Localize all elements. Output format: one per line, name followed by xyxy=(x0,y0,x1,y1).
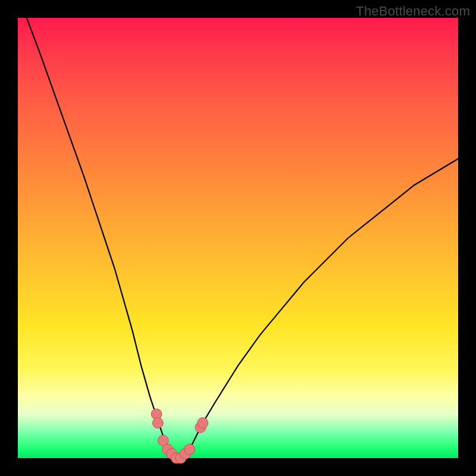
chart-plot-area xyxy=(18,18,458,458)
chart-frame: TheBottleneck.com xyxy=(0,0,476,476)
bottleneck-curve xyxy=(27,18,458,458)
curve-marker xyxy=(184,444,195,455)
curve-markers xyxy=(151,409,208,464)
curve-marker xyxy=(198,418,208,428)
curve-marker xyxy=(152,418,163,428)
watermark-label: TheBottleneck.com xyxy=(356,4,470,19)
chart-svg xyxy=(18,18,458,458)
